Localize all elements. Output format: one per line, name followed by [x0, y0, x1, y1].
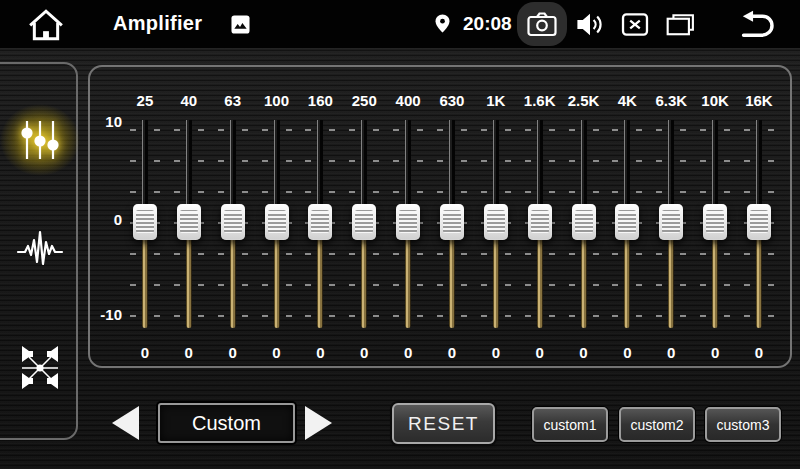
band-value: 0 [623, 344, 631, 362]
slider-thumb[interactable] [221, 204, 245, 240]
band-freq-label: 400 [396, 92, 421, 111]
preset-prev-arrow[interactable] [112, 406, 139, 440]
slider-thumb[interactable] [659, 204, 683, 240]
slider-thumb[interactable] [133, 204, 157, 240]
slider-thumb[interactable] [528, 204, 552, 240]
y-axis-label-min: -10 [92, 306, 122, 323]
recent-apps-icon [664, 13, 697, 36]
top-status-bar: Amplifier 20:08 [0, 0, 800, 48]
eq-band-4k: 4K 0 [605, 67, 649, 366]
band-freq-label: 100 [264, 92, 289, 111]
band-freq-label: 4K [618, 92, 637, 111]
preset-selector[interactable]: Custom [158, 403, 295, 443]
eq-band-63: 63 0 [211, 67, 255, 366]
sidebar-item-equalizer[interactable] [16, 116, 64, 164]
slider-thumb[interactable] [484, 204, 508, 240]
volume-button[interactable] [575, 11, 605, 38]
band-value: 0 [535, 344, 543, 362]
slider-thumb[interactable] [615, 204, 639, 240]
back-button[interactable] [736, 10, 778, 40]
eq-band-630: 630 0 [430, 67, 474, 366]
band-value: 0 [228, 344, 236, 362]
reset-button[interactable]: RESET [392, 403, 495, 444]
custom3-button[interactable]: custom3 [705, 407, 781, 442]
custom3-label: custom3 [717, 417, 770, 433]
band-freq-label: 2.5K [568, 92, 600, 111]
band-freq-label: 250 [352, 92, 377, 111]
close-window-button[interactable] [621, 13, 649, 36]
slider-thumb[interactable] [177, 204, 201, 240]
eq-band-25: 25 0 [123, 67, 167, 366]
band-value: 0 [492, 344, 500, 362]
band-slider[interactable] [649, 115, 693, 331]
close-window-icon [621, 13, 649, 36]
band-freq-label: 40 [180, 92, 197, 111]
eq-band-160: 160 0 [298, 67, 342, 366]
band-freq-label: 63 [224, 92, 241, 111]
eq-band-1.6k: 1.6K 0 [518, 67, 562, 366]
status-clock: 20:08 [463, 13, 512, 35]
slider-thumb[interactable] [396, 204, 420, 240]
band-slider[interactable] [737, 115, 781, 331]
band-value: 0 [316, 344, 324, 362]
home-button[interactable] [26, 7, 66, 42]
band-slider[interactable] [211, 115, 255, 331]
eq-band-2.5k: 2.5K 0 [562, 67, 606, 366]
band-value: 0 [272, 344, 280, 362]
eq-band-100: 100 0 [255, 67, 299, 366]
home-icon [26, 7, 66, 42]
band-freq-label: 160 [308, 92, 333, 111]
band-slider[interactable] [123, 115, 167, 331]
preset-next-arrow[interactable] [305, 406, 332, 440]
eq-band-16k: 16K 0 [737, 67, 781, 366]
amplifier-screen: Amplifier 20:08 [0, 0, 800, 469]
slider-thumb[interactable] [440, 204, 464, 240]
slider-thumb[interactable] [703, 204, 727, 240]
custom2-button[interactable]: custom2 [619, 407, 695, 442]
band-freq-label: 25 [137, 92, 154, 111]
band-value: 0 [755, 344, 763, 362]
page-title: Amplifier [113, 12, 202, 35]
speaker-balance-icon [16, 344, 64, 392]
band-value: 0 [448, 344, 456, 362]
camera-button[interactable] [517, 2, 567, 46]
band-slider[interactable] [474, 115, 518, 331]
band-value: 0 [185, 344, 193, 362]
slider-thumb[interactable] [747, 204, 771, 240]
band-slider[interactable] [167, 115, 211, 331]
waveform-icon [16, 226, 64, 274]
equalizer-panel: 10 0 -10 25 0 40 [88, 65, 792, 368]
content-area: 10 0 -10 25 0 40 [0, 48, 800, 469]
band-slider[interactable] [518, 115, 562, 331]
sidebar-item-speaker-balance[interactable] [16, 344, 64, 392]
eq-band-6.3k: 6.3K 0 [649, 67, 693, 366]
sidebar-item-sound-waveform[interactable] [16, 226, 64, 274]
band-slider[interactable] [430, 115, 474, 331]
band-freq-label: 1.6K [524, 92, 556, 111]
band-slider[interactable] [693, 115, 737, 331]
band-freq-label: 16K [745, 92, 773, 111]
custom2-label: custom2 [631, 417, 684, 433]
band-slider[interactable] [255, 115, 299, 331]
slider-thumb[interactable] [572, 204, 596, 240]
recent-apps-button[interactable] [664, 13, 697, 36]
band-slider[interactable] [562, 115, 606, 331]
gallery-icon [231, 15, 250, 34]
eq-band-40: 40 0 [167, 67, 211, 366]
band-slider[interactable] [386, 115, 430, 331]
eq-band-10k: 10K 0 [693, 67, 737, 366]
custom1-label: custom1 [544, 417, 597, 433]
eq-bands: 25 0 40 [123, 67, 781, 366]
band-value: 0 [711, 344, 719, 362]
custom1-button[interactable]: custom1 [532, 407, 608, 442]
back-icon [736, 10, 778, 40]
band-slider[interactable] [342, 115, 386, 331]
band-value: 0 [360, 344, 368, 362]
slider-thumb[interactable] [352, 204, 376, 240]
band-slider[interactable] [605, 115, 649, 331]
slider-thumb[interactable] [308, 204, 332, 240]
band-slider[interactable] [298, 115, 342, 331]
preset-selected-label: Custom [192, 412, 261, 435]
eq-band-1k: 1K 0 [474, 67, 518, 366]
slider-thumb[interactable] [265, 204, 289, 240]
